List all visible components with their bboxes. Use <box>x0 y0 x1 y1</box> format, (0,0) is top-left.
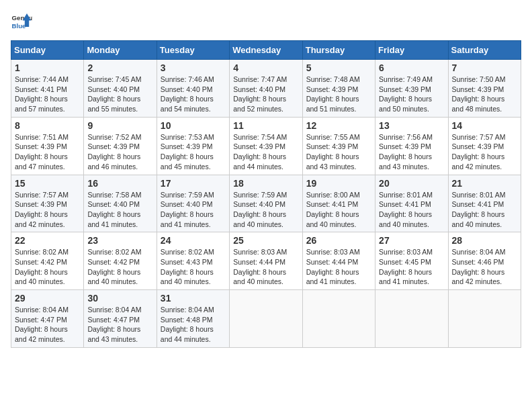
logo-icon: General Blue <box>11 11 32 32</box>
day-number: 27 <box>379 235 444 246</box>
day-info: Sunrise: 8:04 AM Sunset: 4:47 PM Dayligh… <box>15 305 80 345</box>
header-wednesday: Wednesday <box>230 41 302 60</box>
day-info: Sunrise: 8:02 AM Sunset: 4:43 PM Dayligh… <box>161 247 226 287</box>
calendar-table: Sunday Monday Tuesday Wednesday Thursday… <box>11 40 521 348</box>
logo: General Blue <box>11 11 35 32</box>
day-number: 2 <box>87 62 152 73</box>
day-info: Sunrise: 7:51 AM Sunset: 4:39 PM Dayligh… <box>15 132 80 172</box>
day-cell-24: 24 Sunrise: 8:02 AM Sunset: 4:43 PM Dayl… <box>157 232 229 290</box>
day-number: 17 <box>161 178 226 189</box>
day-info: Sunrise: 7:52 AM Sunset: 4:39 PM Dayligh… <box>87 132 152 172</box>
day-info: Sunrise: 7:53 AM Sunset: 4:39 PM Dayligh… <box>161 132 226 172</box>
day-number: 30 <box>87 293 152 304</box>
day-number: 9 <box>87 120 152 131</box>
day-number: 10 <box>161 120 226 131</box>
day-cell-30: 30 Sunrise: 8:04 AM Sunset: 4:47 PM Dayl… <box>84 290 157 348</box>
day-number: 18 <box>233 178 298 189</box>
day-info: Sunrise: 8:02 AM Sunset: 4:42 PM Dayligh… <box>87 247 152 287</box>
day-info: Sunrise: 8:03 AM Sunset: 4:44 PM Dayligh… <box>233 247 298 287</box>
day-info: Sunrise: 7:57 AM Sunset: 4:39 PM Dayligh… <box>15 190 80 230</box>
day-number: 31 <box>161 293 226 304</box>
day-info: Sunrise: 8:01 AM Sunset: 4:41 PM Dayligh… <box>379 190 444 230</box>
day-info: Sunrise: 8:04 AM Sunset: 4:47 PM Dayligh… <box>87 305 152 345</box>
day-cell-31: 31 Sunrise: 8:04 AM Sunset: 4:48 PM Dayl… <box>157 290 229 348</box>
empty-cell <box>302 290 375 348</box>
day-info: Sunrise: 7:48 AM Sunset: 4:39 PM Dayligh… <box>306 75 371 114</box>
day-number: 20 <box>379 178 444 189</box>
day-info: Sunrise: 8:02 AM Sunset: 4:42 PM Dayligh… <box>15 247 80 287</box>
day-info: Sunrise: 8:04 AM Sunset: 4:46 PM Dayligh… <box>452 247 517 287</box>
day-info: Sunrise: 7:44 AM Sunset: 4:41 PM Dayligh… <box>15 75 80 114</box>
day-number: 24 <box>161 235 226 246</box>
header-saturday: Saturday <box>448 41 521 60</box>
day-number: 16 <box>87 178 152 189</box>
empty-cell <box>230 290 302 348</box>
day-cell-13: 13 Sunrise: 7:56 AM Sunset: 4:39 PM Dayl… <box>375 117 448 175</box>
day-number: 13 <box>379 120 444 131</box>
day-info: Sunrise: 7:49 AM Sunset: 4:39 PM Dayligh… <box>379 75 444 114</box>
day-cell-3: 3 Sunrise: 7:46 AM Sunset: 4:40 PM Dayli… <box>157 60 229 118</box>
day-number: 23 <box>87 235 152 246</box>
day-number: 19 <box>306 178 371 189</box>
empty-cell <box>448 290 521 348</box>
day-number: 3 <box>161 62 226 73</box>
day-info: Sunrise: 7:59 AM Sunset: 4:40 PM Dayligh… <box>161 190 226 230</box>
day-cell-5: 5 Sunrise: 7:48 AM Sunset: 4:39 PM Dayli… <box>302 60 375 118</box>
day-info: Sunrise: 7:57 AM Sunset: 4:39 PM Dayligh… <box>452 132 517 172</box>
day-cell-8: 8 Sunrise: 7:51 AM Sunset: 4:39 PM Dayli… <box>11 117 84 175</box>
day-number: 26 <box>306 235 371 246</box>
day-cell-16: 16 Sunrise: 7:58 AM Sunset: 4:40 PM Dayl… <box>84 175 157 232</box>
day-cell-25: 25 Sunrise: 8:03 AM Sunset: 4:44 PM Dayl… <box>230 232 302 290</box>
day-number: 28 <box>452 235 517 246</box>
day-number: 1 <box>15 62 80 73</box>
day-cell-7: 7 Sunrise: 7:50 AM Sunset: 4:39 PM Dayli… <box>448 60 521 118</box>
day-cell-19: 19 Sunrise: 8:00 AM Sunset: 4:41 PM Dayl… <box>302 175 375 232</box>
day-cell-11: 11 Sunrise: 7:54 AM Sunset: 4:39 PM Dayl… <box>230 117 302 175</box>
day-info: Sunrise: 7:54 AM Sunset: 4:39 PM Dayligh… <box>233 132 298 172</box>
day-cell-14: 14 Sunrise: 7:57 AM Sunset: 4:39 PM Dayl… <box>448 117 521 175</box>
calendar-week-2: 8 Sunrise: 7:51 AM Sunset: 4:39 PM Dayli… <box>11 117 521 175</box>
day-number: 15 <box>15 178 80 189</box>
day-number: 5 <box>306 62 371 73</box>
day-number: 4 <box>233 62 298 73</box>
header-friday: Friday <box>375 41 448 60</box>
day-info: Sunrise: 7:59 AM Sunset: 4:40 PM Dayligh… <box>233 190 298 230</box>
day-info: Sunrise: 7:50 AM Sunset: 4:39 PM Dayligh… <box>452 75 517 114</box>
calendar-week-1: 1 Sunrise: 7:44 AM Sunset: 4:41 PM Dayli… <box>11 60 521 118</box>
day-number: 21 <box>452 178 517 189</box>
day-cell-20: 20 Sunrise: 8:01 AM Sunset: 4:41 PM Dayl… <box>375 175 448 232</box>
day-cell-22: 22 Sunrise: 8:02 AM Sunset: 4:42 PM Dayl… <box>11 232 84 290</box>
day-number: 7 <box>452 62 517 73</box>
day-cell-23: 23 Sunrise: 8:02 AM Sunset: 4:42 PM Dayl… <box>84 232 157 290</box>
day-info: Sunrise: 8:03 AM Sunset: 4:45 PM Dayligh… <box>379 247 444 287</box>
svg-text:Blue: Blue <box>12 22 26 30</box>
calendar-week-4: 22 Sunrise: 8:02 AM Sunset: 4:42 PM Dayl… <box>11 232 521 290</box>
day-info: Sunrise: 8:01 AM Sunset: 4:41 PM Dayligh… <box>452 190 517 230</box>
day-cell-27: 27 Sunrise: 8:03 AM Sunset: 4:45 PM Dayl… <box>375 232 448 290</box>
day-cell-29: 29 Sunrise: 8:04 AM Sunset: 4:47 PM Dayl… <box>11 290 84 348</box>
day-info: Sunrise: 8:03 AM Sunset: 4:44 PM Dayligh… <box>306 247 371 287</box>
day-cell-9: 9 Sunrise: 7:52 AM Sunset: 4:39 PM Dayli… <box>84 117 157 175</box>
header-thursday: Thursday <box>302 41 375 60</box>
header-row: Sunday Monday Tuesday Wednesday Thursday… <box>11 41 521 60</box>
day-info: Sunrise: 7:47 AM Sunset: 4:40 PM Dayligh… <box>233 75 298 114</box>
day-number: 22 <box>15 235 80 246</box>
header-sunday: Sunday <box>11 41 84 60</box>
day-cell-2: 2 Sunrise: 7:45 AM Sunset: 4:40 PM Dayli… <box>84 60 157 118</box>
day-cell-1: 1 Sunrise: 7:44 AM Sunset: 4:41 PM Dayli… <box>11 60 84 118</box>
day-number: 8 <box>15 120 80 131</box>
day-number: 12 <box>306 120 371 131</box>
day-info: Sunrise: 7:45 AM Sunset: 4:40 PM Dayligh… <box>87 75 152 114</box>
empty-cell <box>375 290 448 348</box>
day-info: Sunrise: 7:56 AM Sunset: 4:39 PM Dayligh… <box>379 132 444 172</box>
day-cell-10: 10 Sunrise: 7:53 AM Sunset: 4:39 PM Dayl… <box>157 117 229 175</box>
day-info: Sunrise: 8:04 AM Sunset: 4:48 PM Dayligh… <box>161 305 226 345</box>
day-cell-28: 28 Sunrise: 8:04 AM Sunset: 4:46 PM Dayl… <box>448 232 521 290</box>
day-cell-6: 6 Sunrise: 7:49 AM Sunset: 4:39 PM Dayli… <box>375 60 448 118</box>
day-info: Sunrise: 8:00 AM Sunset: 4:41 PM Dayligh… <box>306 190 371 230</box>
day-cell-26: 26 Sunrise: 8:03 AM Sunset: 4:44 PM Dayl… <box>302 232 375 290</box>
day-cell-15: 15 Sunrise: 7:57 AM Sunset: 4:39 PM Dayl… <box>11 175 84 232</box>
day-number: 29 <box>15 293 80 304</box>
day-info: Sunrise: 7:58 AM Sunset: 4:40 PM Dayligh… <box>87 190 152 230</box>
day-cell-18: 18 Sunrise: 7:59 AM Sunset: 4:40 PM Dayl… <box>230 175 302 232</box>
